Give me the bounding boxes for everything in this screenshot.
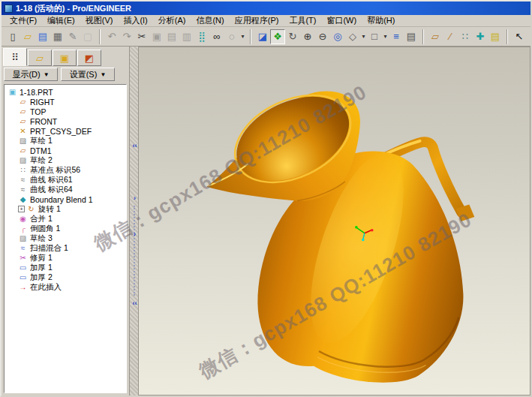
- tree-item[interactable]: ∷基准点 标识56: [6, 165, 126, 175]
- tree-item[interactable]: ▣1-18.PRT: [6, 87, 126, 97]
- saved-views-button[interactable]: ◇: [345, 29, 360, 44]
- binoculars-icon: ∞: [213, 32, 220, 41]
- toolbar-separator: [99, 29, 101, 44]
- show-dropdown-button[interactable]: 显示(D) ▼: [4, 68, 58, 81]
- csys-toggle[interactable]: ✚: [473, 29, 488, 44]
- toolbar-separator: [422, 29, 424, 44]
- display-style-button-caret[interactable]: ▾: [382, 29, 389, 44]
- tree-item[interactable]: ✕PRT_CSYS_DEF: [6, 126, 126, 136]
- datum-axes-toggle[interactable]: ∕: [443, 29, 458, 44]
- selection-box-icon: ◌: [229, 32, 235, 41]
- tab-folder-browser[interactable]: ▱: [28, 50, 52, 66]
- display-style-icon: □: [371, 32, 377, 41]
- new-file-button[interactable]: ▯: [5, 29, 20, 44]
- tree-item-label: 扫描混合 1: [30, 243, 68, 254]
- save-button[interactable]: ▤: [35, 29, 50, 44]
- select-filter-button[interactable]: ◌: [224, 29, 239, 44]
- tree-item[interactable]: ▨草绘 3: [6, 233, 126, 243]
- spin-center-icon: ❖: [273, 32, 282, 41]
- display-style-button[interactable]: □: [367, 29, 382, 44]
- select-filter-button-caret[interactable]: ▾: [239, 29, 246, 44]
- paste-special-button[interactable]: ▥: [179, 29, 194, 44]
- expand-icon[interactable]: +: [18, 206, 25, 212]
- tree-item-label: TOP: [30, 107, 46, 116]
- refit-button[interactable]: ◎: [330, 29, 345, 44]
- undo-icon: ↶: [108, 32, 116, 41]
- 3d-viewport[interactable]: [139, 47, 530, 395]
- settings-dropdown-button[interactable]: 设置(S) ▼: [61, 68, 115, 81]
- tree-item[interactable]: →在此插入: [6, 282, 126, 292]
- layers-button[interactable]: ≡: [389, 29, 404, 44]
- tree-item[interactable]: ≈曲线 标识64: [6, 185, 126, 194]
- tree-item[interactable]: ▱TOP: [6, 107, 126, 116]
- cut-button[interactable]: ✂: [134, 29, 149, 44]
- chevron-down-icon: ▼: [44, 71, 50, 78]
- tree-item[interactable]: ▨草绘 2: [6, 155, 126, 165]
- regenerate-icon: ⣿: [198, 32, 206, 41]
- trim-icon: ✂: [18, 254, 28, 262]
- menu-tools[interactable]: 工具(T): [284, 14, 321, 27]
- panel-splitter[interactable]: ‹‹ › › ‹‹: [129, 47, 139, 395]
- menu-edit[interactable]: 编辑(E): [42, 14, 80, 27]
- erase-display-button[interactable]: ✎: [65, 29, 80, 44]
- orient-mode-button[interactable]: ↻: [285, 29, 300, 44]
- zoom-out-button[interactable]: ⊖: [315, 29, 330, 44]
- tree-item[interactable]: ╭倒圆角 1: [6, 224, 126, 233]
- menu-view[interactable]: 视图(V): [80, 14, 119, 27]
- copy-button[interactable]: ▣: [149, 29, 164, 44]
- menu-help[interactable]: 帮助(H): [362, 14, 400, 27]
- paste-special-icon: ▥: [182, 32, 191, 41]
- menu-file[interactable]: 文件(F): [5, 14, 42, 27]
- paste-button[interactable]: ▤: [164, 29, 179, 44]
- select-arrow-button[interactable]: ↖: [512, 29, 527, 44]
- menu-info[interactable]: 信息(N): [191, 14, 229, 27]
- print-button[interactable]: ▦: [50, 29, 65, 44]
- tree-item[interactable]: ▱RIGHT: [6, 97, 126, 107]
- datum-planes-toggle[interactable]: ▱: [428, 29, 443, 44]
- repaint-icon: ◪: [258, 32, 267, 41]
- datum-points-toggle[interactable]: ∷: [458, 29, 473, 44]
- tree-item-label: 曲线 标识64: [30, 185, 73, 195]
- tree-item[interactable]: ▭加厚 1: [6, 263, 126, 272]
- thicken-icon: ▭: [18, 273, 28, 281]
- menu-applications[interactable]: 应用程序(P): [230, 14, 284, 27]
- saved-views-button-caret[interactable]: ▾: [360, 29, 367, 44]
- tree-item[interactable]: ▭加厚 2: [6, 272, 126, 282]
- tab-connections[interactable]: ◩: [77, 50, 101, 66]
- tree-item[interactable]: ≈曲线 标识61: [6, 175, 126, 185]
- datum-point-icon: ∷: [18, 166, 28, 174]
- annotations-toggle[interactable]: ▤: [488, 29, 503, 44]
- datum-axis-icon: ∕: [449, 32, 451, 41]
- new-file-icon: ▯: [10, 32, 15, 41]
- tree-item[interactable]: ▨草绘 1: [6, 136, 126, 146]
- curve-icon: ≈: [18, 185, 28, 194]
- navigator-buttons: 显示(D) ▼ 设置(S) ▼: [2, 66, 129, 83]
- tree-item[interactable]: ◉合并 1: [6, 214, 126, 224]
- tree-item[interactable]: +↻旋转 1: [6, 204, 126, 214]
- view-manager-icon: ▤: [407, 32, 416, 41]
- undo-button[interactable]: ↶: [104, 29, 119, 44]
- tree-item-label: 草绘 1: [30, 136, 53, 146]
- menu-window[interactable]: 窗口(W): [321, 14, 362, 27]
- tree-item[interactable]: ◆Boundary Blend 1: [6, 194, 126, 204]
- redo-button[interactable]: ↷: [119, 29, 134, 44]
- regenerate-button[interactable]: ⣿: [194, 29, 209, 44]
- menu-analysis[interactable]: 分析(A): [153, 14, 191, 27]
- find-button[interactable]: ∞: [209, 29, 224, 44]
- open-file-button[interactable]: ▱: [20, 29, 35, 44]
- layers-icon: ≡: [393, 32, 399, 41]
- tree-item[interactable]: ▱DTM1: [6, 146, 126, 155]
- tree-item-label: DTM1: [30, 146, 52, 155]
- repaint-button[interactable]: ◪: [255, 29, 270, 44]
- zoom-in-button[interactable]: ⊕: [300, 29, 315, 44]
- tree-item[interactable]: ≈扫描混合 1: [6, 243, 126, 253]
- view-manager-button[interactable]: ▤: [404, 29, 419, 44]
- delete-old-versions-button[interactable]: ▢: [80, 29, 95, 44]
- tree-item[interactable]: ▱FRONT: [6, 116, 126, 126]
- tab-favorites[interactable]: ▣: [53, 50, 77, 66]
- menu-insert[interactable]: 插入(I): [118, 14, 152, 27]
- tab-model-tree[interactable]: ⠿: [3, 48, 27, 66]
- splitter-grip[interactable]: [134, 206, 135, 296]
- tree-item[interactable]: ✂修剪 1: [6, 253, 126, 263]
- spin-center-button[interactable]: ❖: [270, 29, 285, 44]
